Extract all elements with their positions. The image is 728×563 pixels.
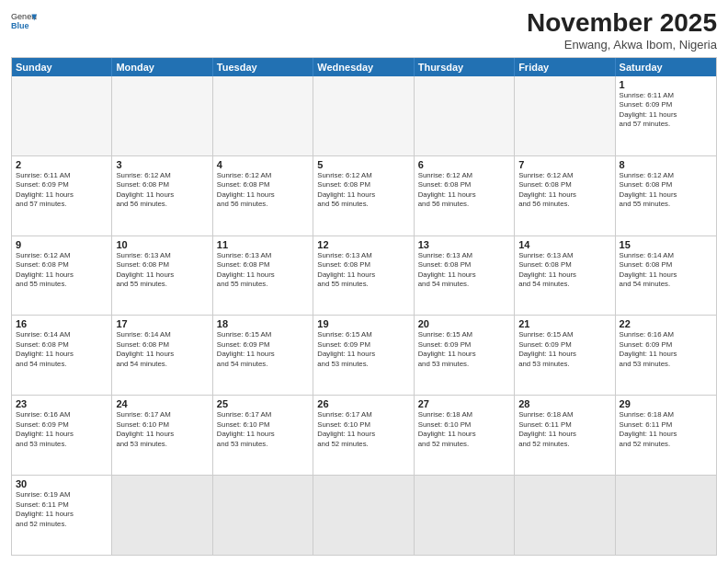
day-info: Sunrise: 6:13 AM Sunset: 6:08 PM Dayligh… xyxy=(317,251,409,290)
day-cell-15: 15Sunrise: 6:14 AM Sunset: 6:08 PM Dayli… xyxy=(616,236,716,316)
day-cell-1: 1Sunrise: 6:11 AM Sunset: 6:09 PM Daylig… xyxy=(616,76,716,155)
calendar-row-1: 1Sunrise: 6:11 AM Sunset: 6:09 PM Daylig… xyxy=(12,76,716,155)
logo: General Blue xyxy=(11,9,37,35)
day-info: Sunrise: 6:19 AM Sunset: 6:11 PM Dayligh… xyxy=(16,490,108,529)
calendar-row-6: 30Sunrise: 6:19 AM Sunset: 6:11 PM Dayli… xyxy=(12,475,716,555)
day-cell-22: 22Sunrise: 6:16 AM Sunset: 6:09 PM Dayli… xyxy=(616,316,716,395)
day-header-sunday: Sunday xyxy=(12,58,112,76)
day-info: Sunrise: 6:13 AM Sunset: 6:08 PM Dayligh… xyxy=(418,251,510,290)
day-number: 3 xyxy=(116,159,208,170)
title-area: November 2025 Enwang, Akwa Ibom, Nigeria xyxy=(527,9,717,52)
day-cell-8: 8Sunrise: 6:12 AM Sunset: 6:08 PM Daylig… xyxy=(616,156,716,236)
day-number: 5 xyxy=(317,159,409,170)
day-cell-3: 3Sunrise: 6:12 AM Sunset: 6:08 PM Daylig… xyxy=(112,156,212,236)
day-number: 16 xyxy=(16,318,108,329)
calendar-row-5: 23Sunrise: 6:16 AM Sunset: 6:09 PM Dayli… xyxy=(12,395,716,475)
empty-cell xyxy=(313,76,414,155)
day-number: 17 xyxy=(116,318,208,329)
day-cell-17: 17Sunrise: 6:14 AM Sunset: 6:08 PM Dayli… xyxy=(112,316,212,395)
day-cell-16: 16Sunrise: 6:14 AM Sunset: 6:08 PM Dayli… xyxy=(12,316,112,395)
day-cell-29: 29Sunrise: 6:18 AM Sunset: 6:11 PM Dayli… xyxy=(616,396,716,475)
day-info: Sunrise: 6:13 AM Sunset: 6:08 PM Dayligh… xyxy=(116,251,208,290)
day-cell-14: 14Sunrise: 6:13 AM Sunset: 6:08 PM Dayli… xyxy=(515,236,615,316)
day-info: Sunrise: 6:13 AM Sunset: 6:08 PM Dayligh… xyxy=(217,251,309,290)
day-cell-26: 26Sunrise: 6:17 AM Sunset: 6:10 PM Dayli… xyxy=(313,396,414,475)
empty-cell xyxy=(12,76,112,155)
day-number: 7 xyxy=(518,159,610,170)
day-header-saturday: Saturday xyxy=(616,58,716,76)
day-cell-25: 25Sunrise: 6:17 AM Sunset: 6:10 PM Dayli… xyxy=(213,396,313,475)
empty-cell xyxy=(515,76,615,155)
day-info: Sunrise: 6:12 AM Sunset: 6:08 PM Dayligh… xyxy=(317,171,409,210)
day-cell-27: 27Sunrise: 6:18 AM Sunset: 6:10 PM Dayli… xyxy=(415,396,515,475)
day-number: 6 xyxy=(418,159,510,170)
day-info: Sunrise: 6:18 AM Sunset: 6:11 PM Dayligh… xyxy=(518,410,610,449)
day-cell-12: 12Sunrise: 6:13 AM Sunset: 6:08 PM Dayli… xyxy=(313,236,414,316)
day-info: Sunrise: 6:15 AM Sunset: 6:09 PM Dayligh… xyxy=(217,330,309,369)
header: General Blue November 2025 Enwang, Akwa … xyxy=(11,9,717,52)
location: Enwang, Akwa Ibom, Nigeria xyxy=(527,38,717,52)
empty-cell xyxy=(313,476,414,555)
day-info: Sunrise: 6:14 AM Sunset: 6:08 PM Dayligh… xyxy=(16,330,108,369)
day-number: 27 xyxy=(418,398,510,409)
day-number: 18 xyxy=(217,318,309,329)
day-info: Sunrise: 6:12 AM Sunset: 6:08 PM Dayligh… xyxy=(418,171,510,210)
generalblue-logo-icon: General Blue xyxy=(11,9,37,35)
day-cell-24: 24Sunrise: 6:17 AM Sunset: 6:10 PM Dayli… xyxy=(112,396,212,475)
day-info: Sunrise: 6:15 AM Sunset: 6:09 PM Dayligh… xyxy=(518,330,610,369)
day-header-friday: Friday xyxy=(515,58,615,76)
empty-cell xyxy=(415,76,515,155)
day-number: 13 xyxy=(418,239,510,250)
day-info: Sunrise: 6:11 AM Sunset: 6:09 PM Dayligh… xyxy=(620,91,712,130)
page: General Blue November 2025 Enwang, Akwa … xyxy=(0,0,728,563)
day-number: 14 xyxy=(518,239,610,250)
day-info: Sunrise: 6:17 AM Sunset: 6:10 PM Dayligh… xyxy=(317,410,409,449)
day-info: Sunrise: 6:12 AM Sunset: 6:08 PM Dayligh… xyxy=(217,171,309,210)
day-info: Sunrise: 6:12 AM Sunset: 6:08 PM Dayligh… xyxy=(16,251,108,290)
day-cell-9: 9Sunrise: 6:12 AM Sunset: 6:08 PM Daylig… xyxy=(12,236,112,316)
month-title: November 2025 xyxy=(527,9,717,38)
day-number: 21 xyxy=(518,318,610,329)
day-cell-21: 21Sunrise: 6:15 AM Sunset: 6:09 PM Dayli… xyxy=(515,316,615,395)
svg-text:Blue: Blue xyxy=(11,21,29,30)
day-number: 28 xyxy=(518,398,610,409)
day-cell-2: 2Sunrise: 6:11 AM Sunset: 6:09 PM Daylig… xyxy=(12,156,112,236)
day-info: Sunrise: 6:16 AM Sunset: 6:09 PM Dayligh… xyxy=(620,330,712,369)
day-number: 4 xyxy=(217,159,309,170)
day-cell-19: 19Sunrise: 6:15 AM Sunset: 6:09 PM Dayli… xyxy=(313,316,414,395)
empty-cell xyxy=(112,76,212,155)
day-number: 26 xyxy=(317,398,409,409)
day-info: Sunrise: 6:15 AM Sunset: 6:09 PM Dayligh… xyxy=(317,330,409,369)
day-info: Sunrise: 6:12 AM Sunset: 6:08 PM Dayligh… xyxy=(116,171,208,210)
day-cell-7: 7Sunrise: 6:12 AM Sunset: 6:08 PM Daylig… xyxy=(515,156,615,236)
empty-cell xyxy=(415,476,515,555)
calendar-row-3: 9Sunrise: 6:12 AM Sunset: 6:08 PM Daylig… xyxy=(12,236,716,316)
day-info: Sunrise: 6:16 AM Sunset: 6:09 PM Dayligh… xyxy=(16,410,108,449)
day-info: Sunrise: 6:12 AM Sunset: 6:08 PM Dayligh… xyxy=(620,171,712,210)
empty-cell xyxy=(515,476,615,555)
day-number: 30 xyxy=(16,478,108,489)
day-number: 8 xyxy=(620,159,712,170)
calendar-header: SundayMondayTuesdayWednesdayThursdayFrid… xyxy=(12,58,716,76)
day-number: 29 xyxy=(620,398,712,409)
day-info: Sunrise: 6:18 AM Sunset: 6:11 PM Dayligh… xyxy=(620,410,712,449)
day-info: Sunrise: 6:17 AM Sunset: 6:10 PM Dayligh… xyxy=(116,410,208,449)
day-number: 20 xyxy=(418,318,510,329)
day-number: 9 xyxy=(16,239,108,250)
day-number: 15 xyxy=(620,239,712,250)
empty-cell xyxy=(616,476,716,555)
day-header-thursday: Thursday xyxy=(415,58,515,76)
day-info: Sunrise: 6:13 AM Sunset: 6:08 PM Dayligh… xyxy=(518,251,610,290)
calendar-row-4: 16Sunrise: 6:14 AM Sunset: 6:08 PM Dayli… xyxy=(12,315,716,395)
day-number: 12 xyxy=(317,239,409,250)
day-number: 11 xyxy=(217,239,309,250)
empty-cell xyxy=(213,76,313,155)
day-cell-4: 4Sunrise: 6:12 AM Sunset: 6:08 PM Daylig… xyxy=(213,156,313,236)
day-number: 25 xyxy=(217,398,309,409)
day-cell-30: 30Sunrise: 6:19 AM Sunset: 6:11 PM Dayli… xyxy=(12,476,112,555)
empty-cell xyxy=(213,476,313,555)
day-number: 22 xyxy=(620,318,712,329)
day-header-wednesday: Wednesday xyxy=(313,58,414,76)
day-info: Sunrise: 6:14 AM Sunset: 6:08 PM Dayligh… xyxy=(116,330,208,369)
day-info: Sunrise: 6:11 AM Sunset: 6:09 PM Dayligh… xyxy=(16,171,108,210)
